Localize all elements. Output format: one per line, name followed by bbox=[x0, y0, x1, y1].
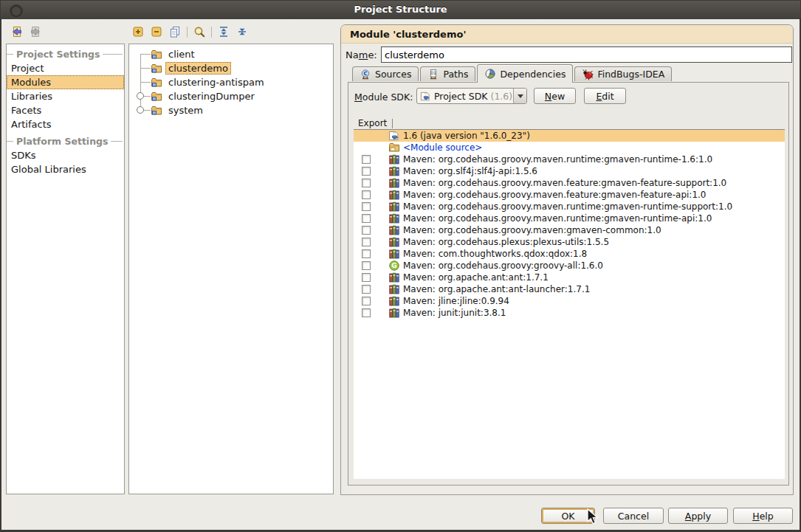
mouse-cursor bbox=[586, 508, 599, 526]
tree-row[interactable]: system bbox=[129, 103, 333, 117]
dependency-row[interactable]: Maven: com.thoughtworks.qdox:qdox:1.8 bbox=[354, 248, 785, 260]
dependency-row[interactable]: Maven: org.codehaus.groovy.maven.runtime… bbox=[354, 201, 785, 213]
dependency-label: Maven: org.codehaus.groovy.maven.runtime… bbox=[403, 201, 732, 212]
module-source-folder-icon bbox=[388, 142, 400, 153]
sidebar-item[interactable]: Facets bbox=[7, 103, 124, 117]
dependency-row[interactable]: Maven: org.codehaus.groovy.maven.feature… bbox=[354, 177, 785, 189]
tab[interactable]: Dependencies bbox=[477, 64, 573, 83]
apply-button[interactable]: Apply bbox=[668, 508, 728, 524]
dependency-label: Maven: org.apache.ant:ant-launcher:1.7.1 bbox=[403, 284, 590, 294]
tree-gutter bbox=[136, 47, 151, 61]
module-folder-icon bbox=[151, 63, 162, 75]
tree-item-label: clusteringDumper bbox=[165, 90, 258, 103]
library-icon bbox=[388, 213, 400, 224]
svg-text:C: C bbox=[363, 71, 367, 77]
collapse-node-button[interactable] bbox=[150, 25, 163, 38]
dependency-label: Maven: junit:junit:3.8.1 bbox=[403, 308, 506, 318]
export-checkbox[interactable] bbox=[362, 238, 371, 246]
help-button[interactable]: Help bbox=[733, 508, 793, 524]
dependency-label: <Module source> bbox=[403, 142, 482, 153]
export-checkbox[interactable] bbox=[362, 202, 371, 211]
dependency-row[interactable]: Maven: jline:jline:0.9.94 bbox=[354, 295, 785, 307]
divider bbox=[103, 54, 123, 55]
sdk-select-value: Project SDK bbox=[434, 91, 488, 102]
cancel-button[interactable]: Cancel bbox=[603, 508, 664, 524]
tree-row[interactable]: clusterdemo bbox=[129, 61, 333, 75]
tree-gutter bbox=[136, 103, 151, 117]
dependency-label: Maven: org.codehaus.groovy:groovy-all:1.… bbox=[403, 260, 603, 271]
export-checkbox[interactable] bbox=[362, 226, 371, 235]
expand-all-button[interactable] bbox=[217, 25, 230, 38]
module-tree-panel: client cl bbox=[128, 44, 334, 494]
export-checkbox[interactable] bbox=[362, 155, 371, 164]
copy-icon bbox=[168, 25, 182, 38]
module-panel-title: Module 'clusterdemo' bbox=[350, 29, 466, 40]
export-checkbox[interactable] bbox=[362, 249, 371, 258]
dependency-row[interactable]: <Module source> bbox=[354, 142, 785, 153]
dependencies-tab-panel: Module SDK: Project SDK (1.6) bbox=[348, 82, 789, 486]
export-checkbox[interactable] bbox=[362, 179, 371, 187]
edit-sdk-button[interactable]: Edit bbox=[584, 88, 626, 104]
sidebar-item[interactable]: Global Libraries bbox=[7, 162, 124, 176]
tree-row[interactable]: client bbox=[129, 47, 333, 61]
dependency-label: Maven: org.apache.ant:ant:1.7.1 bbox=[403, 272, 549, 283]
sidebar-item[interactable]: Modules bbox=[7, 75, 124, 89]
dependency-label: Maven: com.thoughtworks.qdox:qdox:1.8 bbox=[403, 249, 587, 259]
dependency-row[interactable]: Maven: junit:junit:3.8.1 bbox=[354, 307, 785, 319]
tree-row[interactable]: clusteringDumper bbox=[129, 89, 333, 103]
module-name-input[interactable] bbox=[381, 46, 792, 63]
export-checkbox[interactable] bbox=[362, 214, 371, 223]
dependency-label: Maven: org.codehaus.groovy.maven.runtime… bbox=[403, 213, 712, 224]
expand-node-button[interactable] bbox=[131, 25, 145, 38]
module-editor-panel: Module 'clusterdemo' Name: C bbox=[340, 24, 794, 495]
sidebar-item[interactable]: Project bbox=[7, 61, 124, 75]
new-sdk-button[interactable]: New bbox=[534, 88, 576, 104]
collapse-icon bbox=[150, 25, 163, 38]
tab[interactable]: C Sources bbox=[352, 66, 419, 81]
tab[interactable]: FindBugs-IDEA bbox=[574, 66, 672, 81]
window-title: Project Structure bbox=[1, 4, 800, 15]
sidebar-item[interactable]: Artifacts bbox=[7, 117, 124, 131]
collapse-all-button[interactable] bbox=[236, 25, 249, 38]
expand-handle-icon[interactable] bbox=[137, 106, 144, 114]
dependency-row[interactable]: G Maven: org.codehaus.groovy:groovy-all:… bbox=[354, 260, 785, 272]
tree-row[interactable]: clustering-antispam bbox=[129, 75, 333, 89]
sidebar-item-label: Libraries bbox=[11, 91, 52, 102]
export-checkbox[interactable] bbox=[362, 190, 371, 199]
sdk-icon bbox=[388, 130, 400, 142]
dependency-row[interactable]: Maven: org.apache.ant:ant:1.7.1 bbox=[354, 272, 785, 283]
export-checkbox[interactable] bbox=[362, 273, 371, 282]
sdk-dropdown-arrow[interactable] bbox=[513, 89, 526, 103]
sidebar-item-label: Modules bbox=[11, 77, 51, 88]
module-folder-icon bbox=[151, 91, 162, 103]
forward-button[interactable] bbox=[29, 25, 42, 38]
dependency-row[interactable]: Maven: org.apache.ant:ant-launcher:1.7.1 bbox=[354, 283, 785, 295]
find-icon bbox=[193, 25, 206, 38]
library-icon bbox=[388, 153, 400, 165]
column-separator[interactable] bbox=[392, 119, 393, 128]
dependency-label: Maven: org.codehaus.groovy.maven.runtime… bbox=[403, 154, 712, 165]
dependency-row[interactable]: Maven: org.codehaus.groovy.maven.runtime… bbox=[354, 153, 785, 165]
copy-button[interactable] bbox=[168, 25, 182, 38]
export-checkbox[interactable] bbox=[362, 297, 371, 305]
collapse-all-icon bbox=[236, 25, 249, 38]
sidebar-item[interactable]: SDKs bbox=[7, 148, 124, 162]
dependency-row[interactable]: Maven: org.slf4j:slf4j-api:1.5.6 bbox=[354, 165, 785, 177]
module-sdk-select[interactable]: Project SDK (1.6) bbox=[416, 88, 527, 104]
dependency-row[interactable]: Maven: org.codehaus.groovy.maven.feature… bbox=[354, 189, 785, 201]
dependency-row[interactable]: Maven: org.codehaus.groovy.maven:gmaven-… bbox=[354, 224, 785, 236]
dependency-row[interactable]: 1.6 (java version "1.6.0_23") bbox=[354, 130, 785, 142]
sidebar-item[interactable]: Libraries bbox=[7, 89, 124, 103]
export-checkbox[interactable] bbox=[362, 285, 371, 294]
dependency-row[interactable]: Maven: org.codehaus.plexus:plexus-utils:… bbox=[354, 236, 785, 248]
dependency-row[interactable]: Maven: org.codehaus.groovy.maven.runtime… bbox=[354, 213, 785, 224]
dependencies-icon bbox=[484, 68, 496, 80]
tab[interactable]: 01 Paths bbox=[420, 66, 475, 81]
expand-handle-icon[interactable] bbox=[137, 92, 144, 100]
export-checkbox[interactable] bbox=[362, 261, 371, 270]
export-checkbox[interactable] bbox=[362, 167, 371, 176]
find-button[interactable] bbox=[193, 25, 206, 38]
sidebar-section-title: Platform Settings bbox=[13, 136, 111, 147]
export-checkbox[interactable] bbox=[362, 308, 371, 317]
back-button[interactable] bbox=[10, 25, 24, 38]
